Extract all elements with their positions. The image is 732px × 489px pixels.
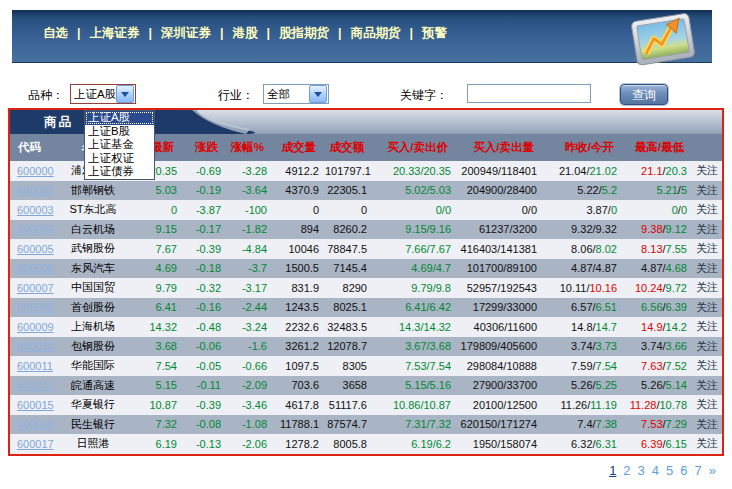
nav-item-2[interactable]: 上海证券: [90, 26, 140, 40]
watch-cell: 关注: [692, 415, 722, 435]
chevron-down-icon[interactable]: [116, 85, 134, 103]
prev-close-open-cell: 4.87/4.87: [542, 259, 622, 279]
high-value: 5.26: [641, 379, 662, 391]
volume-cell: 3261.2: [272, 337, 324, 357]
stock-name-cell: 白云机场: [60, 220, 126, 240]
nav-item-3[interactable]: 深圳证券: [161, 26, 211, 40]
last-price-cell: 4.69: [126, 259, 182, 279]
search-button[interactable]: 查询: [620, 84, 668, 105]
stock-code-link[interactable]: 600010: [17, 340, 54, 352]
amount-cell: 8005.8: [324, 434, 372, 454]
keyword-input[interactable]: [467, 84, 591, 103]
industry-select[interactable]: 全部: [263, 84, 329, 104]
watch-link[interactable]: 关注: [696, 320, 718, 332]
high-value: 3.74: [641, 340, 662, 352]
watch-link[interactable]: 关注: [696, 203, 718, 215]
watch-link[interactable]: 关注: [696, 223, 718, 235]
watch-link[interactable]: 关注: [696, 184, 718, 196]
stock-code-link[interactable]: 600009: [17, 321, 54, 333]
last-price-cell: 5.15: [126, 376, 182, 396]
watch-link[interactable]: 关注: [696, 379, 718, 391]
last-price-cell: 6.41: [126, 298, 182, 318]
watch-link[interactable]: 关注: [696, 242, 718, 254]
dropdown-option-selected[interactable]: 上证A股: [85, 111, 154, 125]
stock-code-link[interactable]: 600008: [17, 301, 54, 313]
stock-code-link[interactable]: 600015: [17, 399, 54, 411]
stock-code-link[interactable]: 600011: [17, 360, 53, 372]
prev-close-open-cell: 3.87/0: [542, 200, 622, 220]
watch-link[interactable]: 关注: [696, 164, 718, 176]
high-low-cell: 7.53/7.29: [622, 415, 692, 435]
page-link[interactable]: 6: [680, 463, 687, 478]
category-select[interactable]: 上证A股: [70, 84, 136, 104]
stock-code-link[interactable]: 600005: [17, 243, 54, 255]
stock-code-link[interactable]: 600007: [17, 282, 54, 294]
dropdown-option[interactable]: 上证权证: [85, 152, 154, 166]
low-value: 5.14: [666, 379, 687, 391]
volume-cell: 1097.5: [272, 356, 324, 376]
watch-link[interactable]: 关注: [696, 340, 718, 352]
nav-separator: |: [410, 26, 414, 40]
nav-item-4[interactable]: 港股: [233, 26, 258, 40]
dropdown-option[interactable]: 上证基金: [85, 138, 154, 152]
keyword-label: 关键字：: [400, 87, 448, 104]
high-value: 7.63: [641, 360, 662, 372]
nav-item-1[interactable]: 自选: [43, 26, 68, 40]
high-low-cell: 6.56/6.39: [622, 298, 692, 318]
column-header: [692, 134, 722, 161]
watch-cell: 关注: [692, 278, 722, 298]
nav-separator: |: [267, 26, 271, 40]
watch-link[interactable]: 关注: [696, 359, 718, 371]
bid-ask-volume-cell: 17299/33000: [456, 298, 542, 318]
watch-cell: 关注: [692, 395, 722, 415]
nav-separator: |: [77, 26, 81, 40]
dropdown-option[interactable]: 上证债券: [85, 165, 154, 179]
page-link[interactable]: 5: [666, 463, 673, 478]
bid-ask-price-cell: 7.31/7.32: [372, 415, 456, 435]
low-value: 9.12: [666, 223, 687, 235]
page-link[interactable]: 7: [695, 463, 702, 478]
stock-code-cell: 600010: [10, 337, 60, 357]
page-link[interactable]: 4: [652, 463, 659, 478]
volume-cell: 4370.9: [272, 181, 324, 201]
chevron-down-icon[interactable]: [309, 85, 327, 103]
watch-link[interactable]: 关注: [696, 437, 718, 449]
category-dropdown-list: 上证A股上证B股上证基金上证权证上证债券: [84, 110, 155, 180]
prev-close-open-cell: 3.74/3.73: [542, 337, 622, 357]
watch-link[interactable]: 关注: [696, 398, 718, 410]
nav-separator: |: [220, 26, 224, 40]
stock-code-cell: 600005: [10, 239, 60, 259]
watch-link[interactable]: 关注: [696, 418, 718, 430]
amount-cell: 51117.6: [324, 395, 372, 415]
stock-code-link[interactable]: 600001: [17, 184, 54, 196]
watch-link[interactable]: 关注: [696, 262, 718, 274]
stock-code-link[interactable]: 600003: [17, 204, 54, 216]
stock-code-link[interactable]: 600004: [17, 223, 54, 235]
stock-code-link[interactable]: 600016: [17, 418, 54, 430]
stock-name-cell: 上海机场: [60, 317, 126, 337]
change-cell: -0.18: [182, 259, 226, 279]
watch-link[interactable]: 关注: [696, 281, 718, 293]
nav-item-6[interactable]: 商品期货: [351, 26, 401, 40]
page-link[interactable]: 2: [623, 463, 630, 478]
stock-code-link[interactable]: 600000: [17, 165, 54, 177]
stock-code-link[interactable]: 600006: [17, 262, 54, 274]
nav-item-5[interactable]: 股指期货: [279, 26, 329, 40]
high-value: 11.28: [630, 399, 657, 411]
watch-link[interactable]: 关注: [696, 301, 718, 313]
stock-name-cell: 武钢股份: [60, 239, 126, 259]
amount-cell: 0: [324, 200, 372, 220]
next-page-link[interactable]: »: [709, 463, 716, 478]
nav-item-7[interactable]: 预警: [422, 26, 447, 40]
change-cell: -0.16: [182, 298, 226, 318]
prev-close-value: 7.59/: [571, 360, 595, 372]
low-value: 7.55: [666, 243, 687, 255]
stock-code-link[interactable]: 600012: [17, 379, 54, 391]
open-value: 0: [611, 204, 617, 216]
table-row: 600015华夏银行10.87-0.39-3.464617.851117.610…: [10, 395, 722, 415]
watch-cell: 关注: [692, 239, 722, 259]
stock-code-link[interactable]: 600017: [17, 438, 54, 450]
page-link[interactable]: 3: [638, 463, 645, 478]
dropdown-option[interactable]: 上证B股: [85, 125, 154, 139]
column-header: 成交量: [272, 134, 324, 161]
